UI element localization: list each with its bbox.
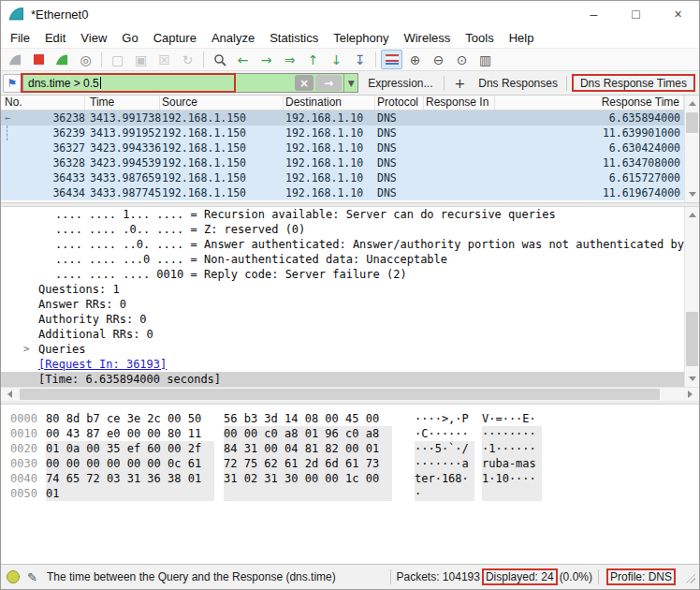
- ascii-bytes[interactable]: ruba-mas: [482, 456, 542, 471]
- hex-row[interactable]: 000080 8d b7 ce 3e 2c 00 5056 b3 3d 14 0…: [10, 411, 699, 426]
- ascii-bytes[interactable]: ·C······: [415, 426, 474, 441]
- menu-view[interactable]: View: [73, 29, 114, 47]
- detail-line[interactable]: .... .... ..0. .... = Answer authenticat…: [1, 237, 684, 252]
- menu-capture[interactable]: Capture: [146, 29, 204, 47]
- detail-line[interactable]: .... .... 1... .... = Recursion availabl…: [1, 207, 684, 222]
- ascii-bytes[interactable]: ····>,·P: [415, 411, 474, 426]
- detail-line[interactable]: .... .... .0.. .... = Z: reserved (0): [1, 222, 684, 237]
- go-to-packet-icon[interactable]: ⇒: [279, 50, 300, 69]
- column-header-destination[interactable]: Destination: [284, 96, 375, 110]
- scroll-left-icon[interactable]: [3, 388, 17, 401]
- packet-row[interactable]: 364333433.987659192.168.1.150192.168.1.1…: [1, 170, 684, 185]
- scroll-up-icon[interactable]: [685, 96, 699, 111]
- reload-file-icon[interactable]: ↻: [177, 50, 198, 69]
- go-forward-icon[interactable]: →: [255, 50, 277, 69]
- maximize-button[interactable]: □: [615, 1, 657, 27]
- menu-statistics[interactable]: Statistics: [262, 29, 326, 47]
- hex-row[interactable]: 001000 43 87 e0 00 00 80 1100 00 c0 a8 0…: [10, 426, 699, 441]
- column-header-time[interactable]: Time: [85, 96, 160, 110]
- ascii-bytes[interactable]: 1·10····: [482, 471, 542, 486]
- details-vscrollbar[interactable]: [684, 207, 699, 387]
- hex-row[interactable]: 002001 0a 00 35 ef 60 00 2f84 31 00 04 8…: [10, 441, 699, 456]
- detail-line[interactable]: .... .... .... 0010 = Reply code: Server…: [1, 267, 684, 282]
- ascii-bytes[interactable]: ···5·`·/: [415, 441, 474, 456]
- hex-bytes[interactable]: 56 b3 3d 14 08 00 45 00: [224, 411, 392, 426]
- details-hscrollbar[interactable]: [1, 387, 699, 401]
- zoom-original-icon[interactable]: ⊙: [451, 50, 473, 69]
- expression-button[interactable]: Expression...: [358, 77, 440, 90]
- hex-bytes[interactable]: 84 31 00 04 81 82 00 01: [224, 441, 392, 456]
- scroll-down-icon[interactable]: [685, 372, 699, 386]
- column-header-response-in[interactable]: Response In: [424, 96, 495, 110]
- menu-analyze[interactable]: Analyze: [204, 29, 262, 47]
- resize-columns-icon[interactable]: ▥: [474, 50, 496, 69]
- go-last-packet-icon[interactable]: ↓: [326, 50, 347, 69]
- scroll-down-icon[interactable]: [685, 187, 699, 201]
- go-first-packet-icon[interactable]: ↑: [302, 50, 324, 69]
- hex-row[interactable]: 005001·: [10, 486, 699, 501]
- hex-row[interactable]: 003000 00 00 00 00 00 0c 6172 75 62 61 2…: [10, 456, 699, 471]
- column-header-response-time[interactable]: Response Time: [495, 96, 684, 110]
- detail-line[interactable]: [Request In: 36193]: [1, 357, 684, 372]
- hex-bytes[interactable]: [224, 486, 392, 501]
- packet-row[interactable]: 363283423.994539192.168.1.150192.168.1.1…: [1, 155, 684, 170]
- close-file-icon[interactable]: ☒: [153, 50, 175, 69]
- hex-bytes[interactable]: 01: [46, 486, 214, 501]
- save-file-icon[interactable]: ▣: [130, 50, 152, 69]
- go-back-icon[interactable]: ←: [232, 50, 254, 69]
- packet-list-vscrollbar[interactable]: [684, 96, 699, 202]
- zoom-in-icon[interactable]: ⊕: [404, 50, 426, 69]
- ascii-bytes[interactable]: ter·168·: [415, 471, 474, 486]
- menu-tools[interactable]: Tools: [458, 29, 501, 47]
- detail-link[interactable]: [Request In: 36193]: [38, 358, 167, 371]
- ascii-bytes[interactable]: ·······a: [415, 456, 474, 471]
- capture-options-icon[interactable]: ◎: [75, 50, 96, 69]
- ascii-bytes[interactable]: [482, 486, 542, 501]
- close-button[interactable]: ×: [657, 1, 699, 27]
- ascii-bytes[interactable]: ·1······: [482, 441, 542, 456]
- detail-line[interactable]: Questions: 1: [1, 282, 684, 297]
- filter-shortcut-dns-response-times[interactable]: Dns Response Times: [575, 75, 693, 92]
- scroll-right-icon[interactable]: [683, 388, 697, 401]
- ascii-bytes[interactable]: ·: [415, 486, 474, 501]
- menu-telephony[interactable]: Telephony: [326, 29, 396, 47]
- display-filter-input[interactable]: dns.time > 0.5 × → ▼: [22, 73, 358, 93]
- filter-history-dropdown-icon[interactable]: ▼: [343, 74, 357, 92]
- packet-row[interactable]: ←362383413.991738192.168.1.150192.168.1.…: [1, 111, 684, 125]
- menu-help[interactable]: Help: [502, 29, 542, 47]
- restart-capture-icon[interactable]: [51, 50, 73, 69]
- menu-edit[interactable]: Edit: [37, 29, 73, 47]
- stop-capture-icon[interactable]: [28, 50, 50, 69]
- hex-bytes[interactable]: 31 02 31 30 00 00 1c 00: [224, 471, 392, 486]
- detail-line[interactable]: .... .... ...0 .... = Non-authenticated …: [1, 252, 684, 267]
- packet-row[interactable]: 362393413.991952192.168.1.150192.168.1.1…: [1, 125, 684, 140]
- detail-line[interactable]: >Queries: [1, 342, 684, 357]
- menu-wireless[interactable]: Wireless: [396, 29, 458, 47]
- hex-row[interactable]: 004074 65 72 03 31 36 38 0131 02 31 30 0…: [10, 471, 699, 486]
- menu-go[interactable]: Go: [114, 29, 145, 47]
- ascii-bytes[interactable]: ········: [482, 426, 542, 441]
- zoom-out-icon[interactable]: ⊖: [428, 50, 449, 69]
- detail-line[interactable]: Answer RRs: 0: [1, 297, 684, 312]
- filter-clear-icon[interactable]: ×: [295, 75, 314, 91]
- scrollbar-thumb[interactable]: [686, 112, 698, 133]
- add-filter-button[interactable]: +: [447, 76, 474, 91]
- ascii-bytes[interactable]: V·=···E·: [482, 411, 542, 426]
- filter-apply-icon[interactable]: →: [315, 75, 342, 91]
- scroll-up-icon[interactable]: [685, 208, 699, 222]
- detail-line-selected[interactable]: [Time: 6.635894000 seconds]: [1, 372, 684, 387]
- minimize-button[interactable]: –: [573, 1, 615, 27]
- auto-scroll-icon[interactable]: ↧: [349, 50, 371, 69]
- detail-line[interactable]: Authority RRs: 0: [1, 312, 684, 327]
- capture-comment-icon[interactable]: ✎: [27, 570, 37, 584]
- hex-bytes[interactable]: 00 00 00 00 00 00 0c 61: [46, 456, 214, 471]
- scrollbar-thumb[interactable]: [686, 312, 698, 366]
- find-packet-icon[interactable]: [209, 50, 230, 69]
- column-header-source[interactable]: Source: [160, 96, 284, 110]
- hex-bytes[interactable]: 72 75 62 61 2d 6d 61 73: [224, 456, 392, 471]
- scrollbar-thumb[interactable]: [20, 389, 660, 400]
- hex-bytes[interactable]: 00 00 c0 a8 01 96 c0 a8: [224, 426, 392, 441]
- filter-shortcut-dns-responses[interactable]: Dns Responses: [473, 75, 563, 92]
- start-capture-icon[interactable]: [5, 50, 26, 69]
- expert-info-icon[interactable]: [7, 570, 20, 583]
